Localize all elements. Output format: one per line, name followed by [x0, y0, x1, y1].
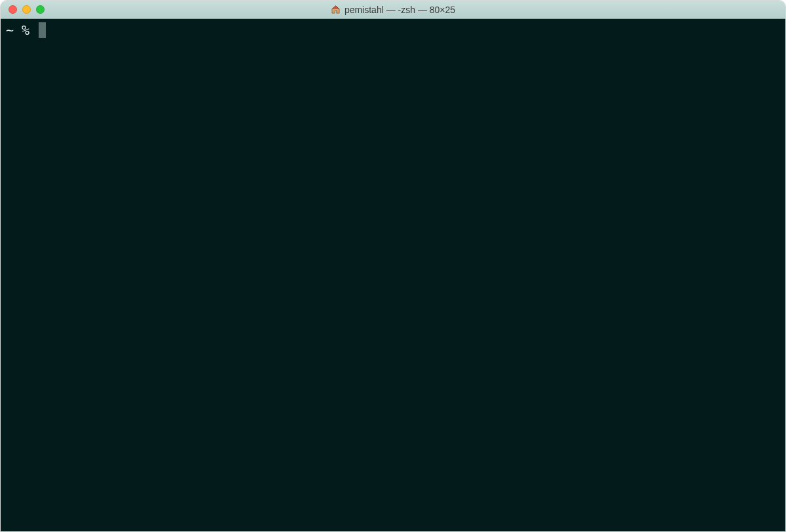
home-icon	[331, 5, 341, 14]
minimize-button[interactable]	[22, 5, 31, 14]
cursor-block	[39, 22, 46, 38]
close-button[interactable]	[9, 5, 17, 14]
prompt-text: ~ %	[6, 22, 37, 39]
terminal-body[interactable]: ~ %	[1, 19, 785, 531]
window-controls	[1, 1, 45, 18]
window-titlebar[interactable]: pemistahl — -zsh — 80×25	[1, 1, 785, 19]
terminal-window: pemistahl — -zsh — 80×25 ~ %	[0, 0, 786, 532]
prompt-line[interactable]: ~ %	[6, 22, 780, 39]
window-title-wrap: pemistahl — -zsh — 80×25	[1, 5, 785, 15]
window-title: pemistahl — -zsh — 80×25	[345, 5, 455, 15]
maximize-button[interactable]	[36, 5, 45, 14]
